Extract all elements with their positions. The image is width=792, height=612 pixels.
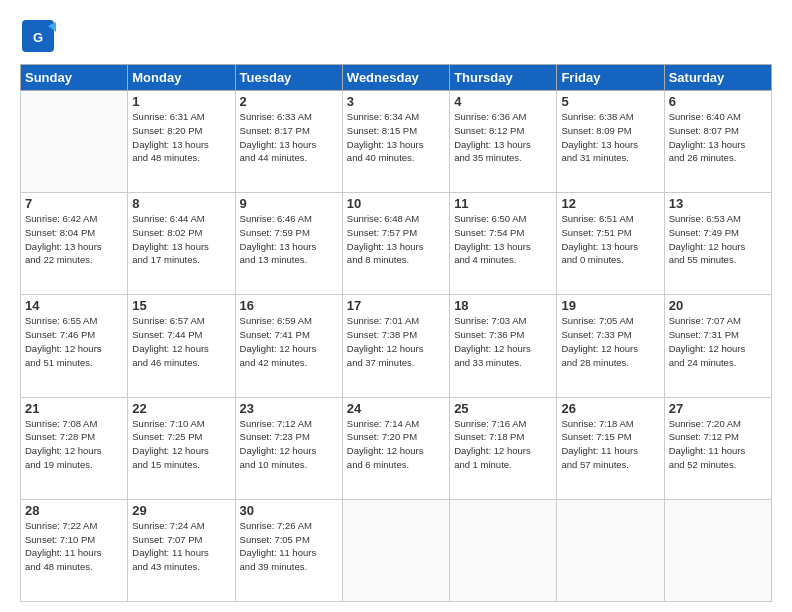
weekday-monday: Monday [128,65,235,91]
day-info: Sunrise: 7:12 AM Sunset: 7:23 PM Dayligh… [240,417,338,472]
day-number: 30 [240,503,338,518]
day-number: 13 [669,196,767,211]
day-cell [450,499,557,601]
day-info: Sunrise: 6:34 AM Sunset: 8:15 PM Dayligh… [347,110,445,165]
day-number: 12 [561,196,659,211]
day-info: Sunrise: 7:26 AM Sunset: 7:05 PM Dayligh… [240,519,338,574]
logo-icon: G [20,18,56,54]
day-number: 26 [561,401,659,416]
week-row-4: 21Sunrise: 7:08 AM Sunset: 7:28 PM Dayli… [21,397,772,499]
day-info: Sunrise: 7:05 AM Sunset: 7:33 PM Dayligh… [561,314,659,369]
day-info: Sunrise: 7:01 AM Sunset: 7:38 PM Dayligh… [347,314,445,369]
day-info: Sunrise: 6:51 AM Sunset: 7:51 PM Dayligh… [561,212,659,267]
day-number: 27 [669,401,767,416]
day-cell [664,499,771,601]
day-number: 6 [669,94,767,109]
day-cell: 30Sunrise: 7:26 AM Sunset: 7:05 PM Dayli… [235,499,342,601]
day-number: 5 [561,94,659,109]
weekday-sunday: Sunday [21,65,128,91]
day-number: 20 [669,298,767,313]
day-cell: 20Sunrise: 7:07 AM Sunset: 7:31 PM Dayli… [664,295,771,397]
day-number: 15 [132,298,230,313]
day-cell: 15Sunrise: 6:57 AM Sunset: 7:44 PM Dayli… [128,295,235,397]
weekday-thursday: Thursday [450,65,557,91]
day-number: 28 [25,503,123,518]
day-cell: 24Sunrise: 7:14 AM Sunset: 7:20 PM Dayli… [342,397,449,499]
day-number: 9 [240,196,338,211]
day-number: 4 [454,94,552,109]
day-cell: 25Sunrise: 7:16 AM Sunset: 7:18 PM Dayli… [450,397,557,499]
day-number: 25 [454,401,552,416]
day-info: Sunrise: 6:59 AM Sunset: 7:41 PM Dayligh… [240,314,338,369]
day-info: Sunrise: 7:08 AM Sunset: 7:28 PM Dayligh… [25,417,123,472]
day-info: Sunrise: 6:36 AM Sunset: 8:12 PM Dayligh… [454,110,552,165]
week-row-1: 1Sunrise: 6:31 AM Sunset: 8:20 PM Daylig… [21,91,772,193]
day-cell: 26Sunrise: 7:18 AM Sunset: 7:15 PM Dayli… [557,397,664,499]
day-info: Sunrise: 7:20 AM Sunset: 7:12 PM Dayligh… [669,417,767,472]
day-number: 3 [347,94,445,109]
day-cell: 29Sunrise: 7:24 AM Sunset: 7:07 PM Dayli… [128,499,235,601]
day-cell: 1Sunrise: 6:31 AM Sunset: 8:20 PM Daylig… [128,91,235,193]
day-info: Sunrise: 7:22 AM Sunset: 7:10 PM Dayligh… [25,519,123,574]
header: G [20,18,772,54]
day-number: 18 [454,298,552,313]
day-number: 23 [240,401,338,416]
day-cell: 14Sunrise: 6:55 AM Sunset: 7:46 PM Dayli… [21,295,128,397]
day-cell: 11Sunrise: 6:50 AM Sunset: 7:54 PM Dayli… [450,193,557,295]
day-info: Sunrise: 7:10 AM Sunset: 7:25 PM Dayligh… [132,417,230,472]
day-cell: 3Sunrise: 6:34 AM Sunset: 8:15 PM Daylig… [342,91,449,193]
day-cell: 8Sunrise: 6:44 AM Sunset: 8:02 PM Daylig… [128,193,235,295]
day-number: 2 [240,94,338,109]
calendar: SundayMondayTuesdayWednesdayThursdayFrid… [20,64,772,602]
day-cell: 13Sunrise: 6:53 AM Sunset: 7:49 PM Dayli… [664,193,771,295]
day-cell: 19Sunrise: 7:05 AM Sunset: 7:33 PM Dayli… [557,295,664,397]
weekday-wednesday: Wednesday [342,65,449,91]
week-row-2: 7Sunrise: 6:42 AM Sunset: 8:04 PM Daylig… [21,193,772,295]
weekday-saturday: Saturday [664,65,771,91]
day-number: 1 [132,94,230,109]
day-cell: 16Sunrise: 6:59 AM Sunset: 7:41 PM Dayli… [235,295,342,397]
day-info: Sunrise: 7:07 AM Sunset: 7:31 PM Dayligh… [669,314,767,369]
day-number: 8 [132,196,230,211]
day-cell [342,499,449,601]
day-info: Sunrise: 6:40 AM Sunset: 8:07 PM Dayligh… [669,110,767,165]
week-row-5: 28Sunrise: 7:22 AM Sunset: 7:10 PM Dayli… [21,499,772,601]
day-info: Sunrise: 7:03 AM Sunset: 7:36 PM Dayligh… [454,314,552,369]
day-cell: 4Sunrise: 6:36 AM Sunset: 8:12 PM Daylig… [450,91,557,193]
day-info: Sunrise: 7:24 AM Sunset: 7:07 PM Dayligh… [132,519,230,574]
day-cell: 28Sunrise: 7:22 AM Sunset: 7:10 PM Dayli… [21,499,128,601]
weekday-header-row: SundayMondayTuesdayWednesdayThursdayFrid… [21,65,772,91]
day-info: Sunrise: 7:16 AM Sunset: 7:18 PM Dayligh… [454,417,552,472]
day-cell: 12Sunrise: 6:51 AM Sunset: 7:51 PM Dayli… [557,193,664,295]
day-cell: 22Sunrise: 7:10 AM Sunset: 7:25 PM Dayli… [128,397,235,499]
day-info: Sunrise: 7:18 AM Sunset: 7:15 PM Dayligh… [561,417,659,472]
day-cell: 17Sunrise: 7:01 AM Sunset: 7:38 PM Dayli… [342,295,449,397]
day-info: Sunrise: 6:42 AM Sunset: 8:04 PM Dayligh… [25,212,123,267]
day-cell: 6Sunrise: 6:40 AM Sunset: 8:07 PM Daylig… [664,91,771,193]
day-info: Sunrise: 6:53 AM Sunset: 7:49 PM Dayligh… [669,212,767,267]
day-info: Sunrise: 6:46 AM Sunset: 7:59 PM Dayligh… [240,212,338,267]
day-cell: 2Sunrise: 6:33 AM Sunset: 8:17 PM Daylig… [235,91,342,193]
day-cell: 23Sunrise: 7:12 AM Sunset: 7:23 PM Dayli… [235,397,342,499]
day-number: 24 [347,401,445,416]
week-row-3: 14Sunrise: 6:55 AM Sunset: 7:46 PM Dayli… [21,295,772,397]
day-info: Sunrise: 6:50 AM Sunset: 7:54 PM Dayligh… [454,212,552,267]
day-number: 14 [25,298,123,313]
day-info: Sunrise: 6:44 AM Sunset: 8:02 PM Dayligh… [132,212,230,267]
day-number: 16 [240,298,338,313]
day-info: Sunrise: 6:31 AM Sunset: 8:20 PM Dayligh… [132,110,230,165]
day-info: Sunrise: 6:38 AM Sunset: 8:09 PM Dayligh… [561,110,659,165]
svg-text:G: G [33,30,43,45]
day-number: 10 [347,196,445,211]
day-number: 29 [132,503,230,518]
day-number: 22 [132,401,230,416]
day-cell [21,91,128,193]
day-info: Sunrise: 6:33 AM Sunset: 8:17 PM Dayligh… [240,110,338,165]
day-info: Sunrise: 6:55 AM Sunset: 7:46 PM Dayligh… [25,314,123,369]
day-number: 7 [25,196,123,211]
day-cell [557,499,664,601]
day-cell: 10Sunrise: 6:48 AM Sunset: 7:57 PM Dayli… [342,193,449,295]
day-cell: 9Sunrise: 6:46 AM Sunset: 7:59 PM Daylig… [235,193,342,295]
weekday-tuesday: Tuesday [235,65,342,91]
day-number: 11 [454,196,552,211]
